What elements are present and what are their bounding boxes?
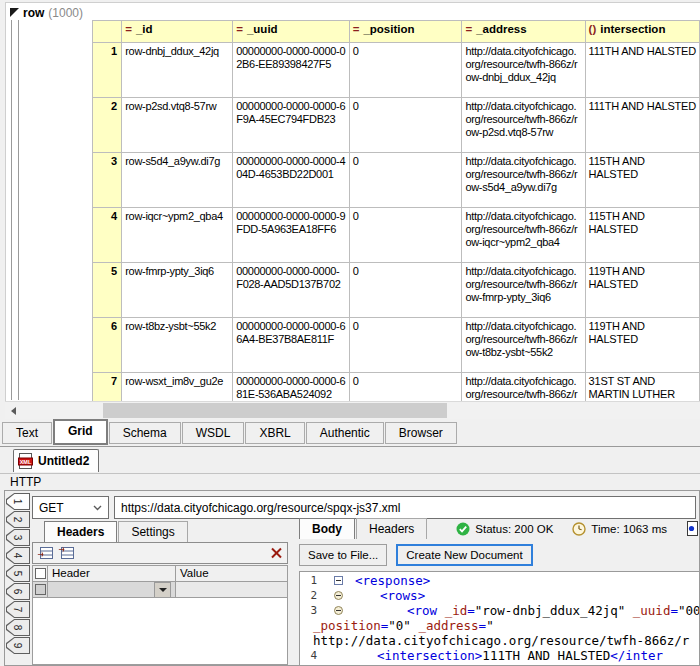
- grid-cell-uuid[interactable]: 00000000-0000-0000-6F9A-45EC794FDB23: [233, 98, 349, 153]
- fold-collapse-circle-icon[interactable]: [334, 606, 343, 615]
- header-name-cell[interactable]: [48, 582, 176, 598]
- row-number-column-header[interactable]: [93, 21, 122, 43]
- grid-cell-position[interactable]: 0: [349, 208, 462, 263]
- grid-cellintersection[interactable]: 119TH AND HALSTED: [585, 318, 699, 373]
- xml-source-line: http://data.cityofchicago.org/resource/t…: [300, 633, 700, 648]
- grid-cell-position[interactable]: 0: [349, 43, 462, 98]
- grid-cellintersection[interactable]: 115TH AND HALSTED: [585, 208, 699, 263]
- http-method-select[interactable]: GET: [32, 496, 109, 519]
- column-header-_uuid[interactable]: =_uuid: [233, 21, 349, 43]
- grid-cellintersection[interactable]: 31ST ST AND MARTIN LUTHER KING DRIVE: [585, 373, 699, 403]
- view-tab-browser[interactable]: Browser: [385, 422, 457, 444]
- row-number-cell[interactable]: 6: [93, 318, 122, 373]
- fold-collapse-box-icon[interactable]: [334, 576, 343, 585]
- document-tab-label: Untitled2: [38, 454, 89, 468]
- grid-cell-address[interactable]: http://data.cityofchicago.org/resource/t…: [462, 373, 585, 403]
- request-tab-settings[interactable]: Settings: [118, 521, 187, 542]
- fold-collapse-circle-icon[interactable]: [334, 591, 343, 600]
- grid-cell-id[interactable]: row-t8bz-ysbt~55k2: [122, 318, 233, 373]
- view-tab-grid[interactable]: Grid: [53, 419, 108, 445]
- row-number-cell[interactable]: 1: [93, 43, 122, 98]
- column-header-_position[interactable]: =_position: [349, 21, 462, 43]
- save-to-file-button[interactable]: Save to File...: [299, 544, 387, 566]
- row-checkbox-cell[interactable]: [33, 582, 48, 598]
- scrollbar-thumb[interactable]: [103, 403, 447, 418]
- http-session-tab-5[interactable]: 5: [6, 565, 30, 582]
- grid-cellintersection[interactable]: 115TH AND HALSTED: [585, 153, 699, 208]
- line-number: 1: [300, 574, 317, 587]
- create-new-document-button[interactable]: Create New Document: [396, 544, 532, 566]
- grid-cell-address[interactable]: http://data.cityofchicago.org/resource/t…: [462, 318, 585, 373]
- document-tab-untitled2[interactable]: XML Untitled2: [13, 449, 99, 472]
- grid-cell-id[interactable]: row-s5d4_a9yw.di7g: [122, 153, 233, 208]
- grid-cell-id[interactable]: row-fmrp-ypty_3iq6: [122, 263, 233, 318]
- grid-cell-id[interactable]: row-p2sd.vtq8-57rw: [122, 98, 233, 153]
- insert-header-row-icon[interactable]: [58, 546, 75, 561]
- header-dropdown-button[interactable]: [154, 582, 171, 598]
- view-tab-authentic[interactable]: Authentic: [306, 422, 384, 444]
- scroll-left-button[interactable]: [5, 402, 22, 419]
- xml-token-val: "0": [388, 618, 418, 633]
- http-session-tab-4[interactable]: 4: [6, 547, 30, 564]
- http-session-tab-7[interactable]: 7: [6, 601, 30, 618]
- row-number-cell[interactable]: 2: [93, 98, 122, 153]
- grid-cell-uuid[interactable]: 00000000-0000-0000-9FDD-5A963EA18FF6: [233, 208, 349, 263]
- grid-cell-address[interactable]: http://data.cityofchicago.org/resource/t…: [462, 43, 585, 98]
- grid-cell-uuid[interactable]: 00000000-0000-0000-02B6-EE89398427F5: [233, 43, 349, 98]
- grid-cell-uuid[interactable]: 00000000-0000-0000-681E-536ABA524092: [233, 373, 349, 403]
- response-tab-body[interactable]: Body: [299, 518, 355, 539]
- grid-cell-address[interactable]: http://data.cityofchicago.org/resource/t…: [462, 98, 585, 153]
- grid-cell-position[interactable]: 0: [349, 153, 462, 208]
- column-header-intersection[interactable]: ()intersection: [585, 21, 699, 43]
- grid-cell-id[interactable]: row-dnbj_ddux_42jq: [122, 43, 233, 98]
- http-session-tab-8[interactable]: 8: [6, 619, 30, 636]
- header-value-cell[interactable]: [176, 582, 287, 598]
- http-session-tab-1[interactable]: 1: [6, 493, 30, 510]
- grid-cell-address[interactable]: http://data.cityofchicago.org/resource/t…: [462, 263, 585, 318]
- view-tab-schema[interactable]: Schema: [109, 422, 181, 444]
- request-tab-headers[interactable]: Headers: [44, 521, 117, 542]
- grid-cellintersection[interactable]: 111TH AND HALSTED: [585, 98, 699, 153]
- horizontal-scrollbar[interactable]: [5, 401, 700, 419]
- xml-token-attr: _uuid: [633, 603, 671, 618]
- collapse-triangle-icon[interactable]: [10, 8, 19, 17]
- request-url-input[interactable]: [114, 496, 696, 519]
- grid-cell-uuid[interactable]: 00000000-0000-0000-404D-4653BD22D001: [233, 153, 349, 208]
- delete-header-icon[interactable]: [270, 547, 283, 559]
- view-tab-xbrl[interactable]: XBRL: [245, 422, 304, 444]
- grid-row: 4row-iqcr~ypm2_qba400000000-0000-0000-9F…: [93, 208, 700, 263]
- row-number-cell[interactable]: 4: [93, 208, 122, 263]
- header-select-all-cell[interactable]: [33, 566, 48, 582]
- append-header-row-icon[interactable]: [37, 546, 54, 561]
- grid-row: 3row-s5d4_a9yw.di7g00000000-0000-0000-40…: [93, 153, 700, 208]
- column-header-_address[interactable]: =_address: [462, 21, 585, 43]
- view-tab-text[interactable]: Text: [2, 422, 52, 444]
- checkbox-icon: [35, 584, 46, 595]
- grid-cellintersection[interactable]: 119TH AND HALSTED: [585, 263, 699, 318]
- grid-cellintersection[interactable]: 111TH AND HALSTED: [585, 43, 699, 98]
- grid-cell-uuid[interactable]: 00000000-0000-0000-F028-AAD5D137B702: [233, 263, 349, 318]
- grid-cell-id[interactable]: row-iqcr~ypm2_qba4: [122, 208, 233, 263]
- response-tab-headers[interactable]: Headers: [356, 518, 427, 539]
- session-tab-number: 4: [13, 553, 24, 559]
- row-number-cell[interactable]: 7: [93, 373, 122, 403]
- grid-cell-uuid[interactable]: 00000000-0000-0000-66A4-BE37B8AE811F: [233, 318, 349, 373]
- grid-cell-position[interactable]: 0: [349, 98, 462, 153]
- view-tab-wsdl[interactable]: WSDL: [182, 422, 245, 444]
- response-body-editor[interactable]: 1<response>2<rows>3<row _id="row-dnbj_dd…: [299, 571, 700, 666]
- grid-cell-address[interactable]: http://data.cityofchicago.org/resource/t…: [462, 208, 585, 263]
- xml-token-tag: <row: [407, 603, 445, 618]
- grid-cell-address[interactable]: http://data.cityofchicago.org/resource/t…: [462, 153, 585, 208]
- grid-cell-position[interactable]: 0: [349, 373, 462, 403]
- row-number-cell[interactable]: 3: [93, 153, 122, 208]
- grid-cell-position[interactable]: 0: [349, 263, 462, 318]
- column-header-_id[interactable]: =_id: [122, 21, 233, 43]
- http-session-tab-6[interactable]: 6: [6, 583, 30, 600]
- http-session-tab-2[interactable]: 2: [6, 511, 30, 528]
- row-number-cell[interactable]: 5: [93, 263, 122, 318]
- grid-cell-id[interactable]: row-wsxt_im8v_gu2e: [122, 373, 233, 403]
- http-session-tab-3[interactable]: 3: [6, 529, 30, 546]
- grid-cell-position[interactable]: 0: [349, 318, 462, 373]
- grid-header-row: =_id=_uuid=_position=_address()intersect…: [93, 21, 700, 43]
- http-session-tab-9[interactable]: 9: [6, 637, 30, 654]
